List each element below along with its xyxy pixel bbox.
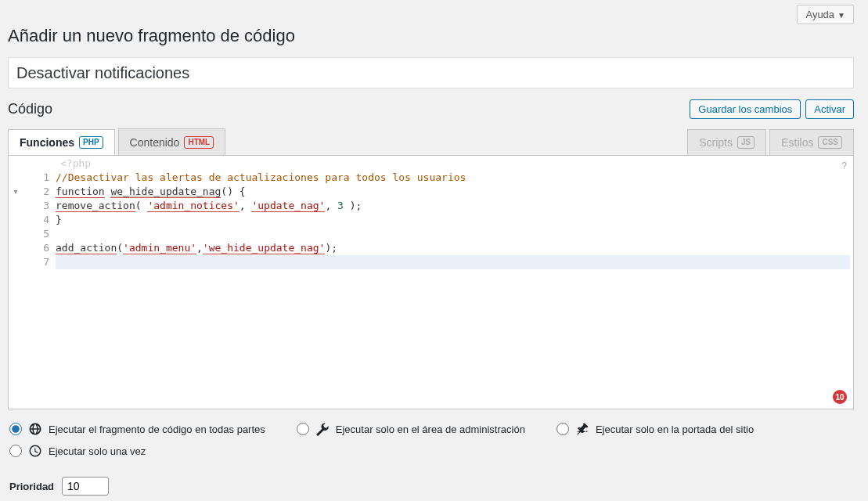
scope-everywhere[interactable]: Ejecutar el fragmento de código en todas… <box>9 422 265 436</box>
page-title: Añadir un nuevo fragmento de código <box>8 26 854 46</box>
code-lines[interactable]: //Desactivar las alertas de actualizacio… <box>56 171 853 269</box>
priority-input[interactable] <box>62 477 109 496</box>
pin-icon <box>575 422 589 436</box>
php-badge: PHP <box>79 136 103 149</box>
fold-icon[interactable]: ▾ <box>9 185 23 199</box>
scope-front[interactable]: Ejecutar solo en la portada del sitio <box>556 422 754 436</box>
priority-label: Prioridad <box>9 481 54 492</box>
wrench-icon <box>315 422 330 436</box>
scope-admin-radio[interactable] <box>297 423 309 435</box>
editor-help-icon[interactable]: ? <box>841 160 847 171</box>
tab-content[interactable]: Contenido HTML <box>118 128 226 155</box>
scope-once-radio[interactable] <box>9 445 22 457</box>
scope-options: Ejecutar el fragmento de código en todas… <box>8 409 854 463</box>
help-label: Ayuda <box>805 9 834 20</box>
save-button[interactable]: Guardar los cambios <box>690 99 801 119</box>
css-badge: CSS <box>818 136 842 149</box>
scope-admin-label: Ejecutar solo en el área de administraci… <box>336 424 525 435</box>
error-count-badge[interactable]: 10 <box>833 390 847 404</box>
tab-scripts-label: Scripts <box>699 136 733 149</box>
scope-front-radio[interactable] <box>556 423 569 435</box>
scope-everywhere-radio[interactable] <box>9 423 22 435</box>
tab-styles-label: Estilos <box>781 136 813 149</box>
scope-once[interactable]: Ejecutar solo una vez <box>9 444 852 458</box>
scope-front-label: Ejecutar solo en la portada del sitio <box>596 424 754 435</box>
activate-button[interactable]: Activar <box>805 99 854 119</box>
tab-styles: Estilos CSS <box>769 129 854 155</box>
tab-functions-label: Funciones <box>20 136 74 149</box>
scope-everywhere-label: Ejecutar el fragmento de código en todas… <box>49 424 265 435</box>
code-editor[interactable]: ? <?php ▾ 1 2 3 4 5 6 7 //Desactivar las… <box>8 155 854 409</box>
scope-admin[interactable]: Ejecutar solo en el área de administraci… <box>297 422 525 436</box>
tab-content-label: Contenido <box>130 136 180 149</box>
chevron-down-icon: ▼ <box>837 11 845 20</box>
js-badge: JS <box>737 136 755 149</box>
scope-once-label: Ejecutar solo una vez <box>49 445 146 457</box>
globe-icon <box>28 422 42 436</box>
snippet-title-input[interactable] <box>8 57 854 88</box>
tab-functions[interactable]: Funciones PHP <box>8 129 115 156</box>
html-badge: HTML <box>184 136 214 149</box>
fold-gutter: ▾ <box>9 171 23 269</box>
php-open-tag: <?php <box>9 156 853 171</box>
clock-icon <box>28 444 42 458</box>
line-number-gutter: 1 2 3 4 5 6 7 <box>23 171 56 269</box>
help-button[interactable]: Ayuda▼ <box>797 5 854 24</box>
tab-scripts: Scripts JS <box>687 129 766 155</box>
section-title: Código <box>8 101 52 117</box>
